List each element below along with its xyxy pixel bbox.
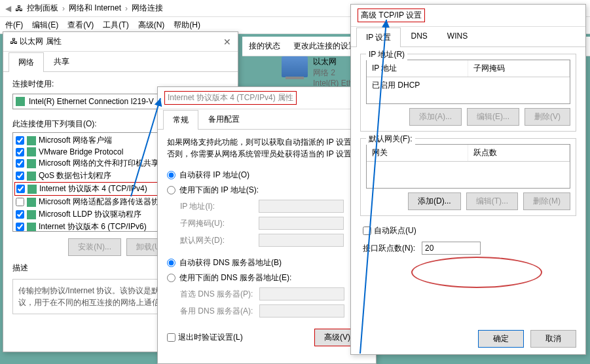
adapter-name-field: Intel(R) Ethernet Connection I219-V [29,97,154,106]
group-label: IP 地址(R) [366,49,407,60]
window-title: 以太网 属性 [20,37,61,46]
tab-alternate[interactable]: 备用配置 [198,109,249,129]
col-mask: 子网掩码 [468,60,570,77]
auto-metric-checkbox[interactable] [363,227,371,235]
tab-sharing[interactable]: 共享 [44,52,79,71]
group-label: 默认网关(F): [366,134,415,145]
protocol-icon [27,172,36,181]
interface-metric-input[interactable] [422,242,481,255]
breadcrumb[interactable]: 控制面板 [27,3,58,14]
protocol-checkbox[interactable] [16,172,24,180]
folder-icon: 🖧 [15,4,23,13]
protocol-label: QoS 数据包计划程序 [39,170,111,181]
protocol-checkbox[interactable] [16,136,24,145]
edit-ip-button[interactable]: 编辑(E)... [467,108,519,126]
menu-view[interactable]: 查看(V) [67,20,94,31]
info-text: 如果网络支持此功能，则可以获取自动指派的 IP 设置。否则，你需要从网络系统管理… [167,136,367,160]
auto-metric-label: 自动跃点(U) [374,225,416,236]
chevron-right-icon: › [62,4,65,13]
tab-wins[interactable]: WINS [437,27,477,46]
close-icon[interactable]: ✕ [223,37,231,47]
ip-addresses-group: IP 地址(R) IP 地址 子网掩码 已启用 DHCP 添加(A)... 编辑… [360,54,576,132]
tab-ip-settings[interactable]: IP 设置 [356,27,401,47]
dns1-input [259,287,344,300]
radio-ip-manual-label: 使用下面的 IP 地址(S): [179,185,259,196]
radio-ip-manual[interactable] [167,186,175,194]
radio-dns-manual-label: 使用下面的 DNS 服务器地址(E): [179,272,291,283]
menu-help[interactable]: 帮助(H) [174,20,200,31]
protocol-icon [27,210,36,219]
mask-input [259,217,344,230]
ok-button[interactable]: 确定 [478,330,524,348]
chevron-right-icon: › [125,4,128,13]
ip-input [259,200,344,213]
protocol-checkbox[interactable] [16,198,24,206]
breadcrumb[interactable]: 网络和 Internet [69,3,121,14]
dhcp-enabled-text: 已启用 DHCP [367,77,570,103]
ethernet-icon: 🖧 以太网 属性 [10,36,62,47]
dns1-label: 首选 DNS 服务器(P): [180,289,253,300]
protocol-checkbox[interactable] [16,148,24,156]
add-ip-button[interactable]: 添加(A)... [409,108,462,126]
interface-metric-label: 接口跃点数(N): [363,243,415,254]
protocol-icon [27,136,36,145]
protocol-checkbox[interactable] [16,159,24,168]
tab-general[interactable]: 常规 [163,110,198,130]
protocol-checkbox[interactable] [16,210,24,219]
protocol-label: Microsoft LLDP 协议驱动程序 [39,209,141,220]
validate-label: 退出时验证设置(L) [178,332,243,343]
add-gw-button[interactable]: 添加(D)... [408,192,461,210]
install-button[interactable]: 安装(N)... [68,238,121,256]
radio-dns-auto[interactable] [167,259,175,267]
tab-network[interactable]: 网络 [9,52,44,72]
radio-ip-auto-label: 自动获得 IP 地址(O) [179,170,249,181]
validate-checkbox[interactable] [167,333,175,342]
protocol-icon [27,147,36,156]
ipv4-properties-window: Internet 协议版本 4 (TCP/IPv4) 属性 常规 备用配置 如果… [157,86,377,364]
protocol-icon [28,185,37,194]
cancel-button[interactable]: 取消 [530,330,576,348]
menu-file[interactable]: 件(F) [5,20,23,31]
protocol-label: Internet 协议版本 6 (TCP/IPv6) [39,221,147,232]
protocol-icon [27,223,36,232]
mask-label: 子网掩码(U): [180,218,252,229]
toolbar-status[interactable]: 接的状态 [249,41,280,52]
window-title: Internet 协议版本 4 (TCP/IPv4) 属性 [164,91,297,105]
delete-ip-button[interactable]: 删除(V) [525,108,570,126]
advanced-tcpip-window: 高级 TCP/IP 设置 IP 设置 DNS WINS IP 地址(R) IP … [350,4,586,355]
tab-dns[interactable]: DNS [401,27,437,46]
col-metric: 跃点数 [468,145,570,161]
breadcrumb[interactable]: 网络连接 [132,3,163,14]
menu-advanced[interactable]: 高级(N) [138,20,165,31]
toolbar-change-settings[interactable]: 更改此连接的设置 [293,41,356,52]
protocol-label: Microsoft 网络适配器多路传送器协议 [39,196,167,208]
menu-tools[interactable]: 工具(T) [103,20,128,31]
radio-ip-auto[interactable] [167,171,175,179]
menu-edit[interactable]: 编辑(E) [32,20,58,31]
protocol-label: Microsoft 网络的文件和打印机共享 [39,158,159,169]
gateway-input [259,234,344,247]
window-title: 高级 TCP/IP 设置 [358,9,425,22]
network-adapter-icon [282,56,308,77]
protocol-icon [27,198,36,207]
delete-gw-button[interactable]: 删除(M) [523,192,570,210]
ip-label: IP 地址(I): [180,201,252,212]
protocol-checkbox[interactable] [16,185,25,193]
nic-icon [16,97,25,106]
protocol-icon [27,159,36,168]
dns2-label: 备用 DNS 服务器(A): [180,306,253,317]
protocol-label: Microsoft 网络客户端 [39,135,112,146]
radio-dns-auto-label: 自动获得 DNS 服务器地址(B) [179,257,282,268]
edit-gw-button[interactable]: 编辑(T)... [466,192,518,210]
gateway-label: 默认网关(D): [180,235,252,246]
ip-listbox[interactable]: IP 地址 子网掩码 已启用 DHCP [366,60,570,104]
dns2-input [259,304,344,318]
radio-dns-manual[interactable] [167,274,175,282]
protocol-label: VMware Bridge Protocol [39,147,123,156]
protocol-label: Internet 协议版本 4 (TCP/IPv4) [39,183,147,194]
gateways-group: 默认网关(F): 网关 跃点数 添加(D)... 编辑(T)... 删除(M) [360,138,576,216]
back-icon[interactable]: ◀ [5,4,11,13]
col-ip: IP 地址 [367,60,468,77]
gateway-listbox[interactable]: 网关 跃点数 [366,144,570,189]
protocol-checkbox[interactable] [16,223,24,231]
